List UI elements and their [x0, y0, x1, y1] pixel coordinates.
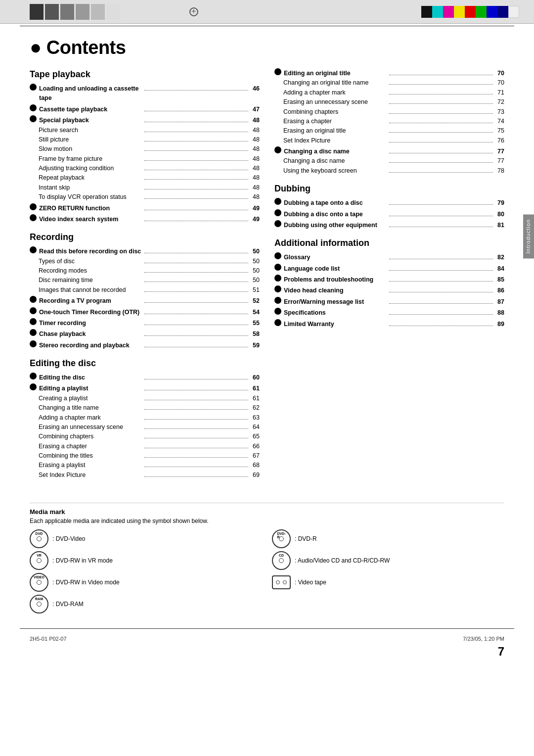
section-additional-title: Additional information [274, 238, 504, 248]
dots [389, 132, 493, 133]
media-item: : Video tape [272, 573, 504, 592]
dots [389, 216, 493, 216]
bullet-icon [274, 252, 281, 259]
item-label: Editing an original title [284, 69, 388, 78]
page-number: 88 [494, 308, 504, 318]
dots [144, 400, 249, 400]
dots [389, 75, 493, 75]
item-label: Recording modes [39, 266, 143, 276]
list-item: Changing an original title name70 [274, 78, 504, 88]
item-label: Erasing an unnecessary scene [283, 97, 388, 107]
header-block-5 [91, 4, 105, 20]
dots [389, 204, 493, 205]
page-number: 48 [250, 135, 260, 144]
item-label: Error/Warning message list [284, 297, 388, 307]
page-number: 72 [494, 97, 504, 107]
item-label: Changing a title name [39, 403, 143, 413]
dots [144, 179, 249, 180]
page-number: 62 [250, 403, 260, 413]
media-item: RAM: DVD-RAM [30, 595, 262, 614]
item-label: Disc remaining time [39, 276, 143, 285]
item-label: Set Index Picture [39, 471, 143, 480]
dots [144, 419, 249, 420]
page-number: 85 [494, 275, 504, 284]
list-item: Set Index Picture76 [274, 136, 504, 145]
bullet-icon [30, 246, 37, 253]
dots [144, 438, 249, 438]
item-label: Stereo recording and playback [39, 341, 143, 350]
color-green [476, 6, 487, 18]
footer-page-number: 7 [0, 645, 534, 663]
bullet-icon [274, 297, 281, 304]
main-content: Introduction ● Contents Tape playback Lo… [0, 26, 534, 623]
media-item: CD: Audio/Video CD and CD-R/CD-RW [272, 551, 504, 570]
item-label: Adjusting tracking condition [39, 164, 143, 173]
dots [144, 448, 249, 448]
bullet-icon [274, 275, 281, 282]
item-label: Still picture [39, 135, 143, 144]
dots [144, 141, 249, 142]
list-item: Erasing an original title75 [274, 126, 504, 136]
list-item: Slow motion48 [30, 144, 260, 154]
dots [144, 409, 249, 410]
page-number: 64 [250, 423, 260, 432]
page-number: 48 [250, 192, 260, 202]
page-number: 89 [494, 320, 504, 329]
side-tab: Introduction [523, 214, 534, 258]
page-number: 59 [250, 341, 260, 350]
section-recording-title: Recording [30, 232, 260, 242]
list-item: Glossary82 [274, 251, 504, 262]
section-dubbing-title: Dubbing [274, 184, 504, 194]
item-label: To display VCR operation status [39, 192, 143, 202]
dots [144, 428, 249, 429]
color-cyan [432, 6, 443, 18]
bullet-icon [30, 296, 37, 303]
dots [389, 172, 493, 173]
header-block-6 [106, 4, 120, 20]
item-label: Video head cleaning [284, 286, 388, 295]
list-item: Erasing an unnecessary scene72 [274, 97, 504, 107]
section-dubbing: Dubbing Dubbing a tape onto a disc79Dubb… [274, 184, 504, 230]
page-number: 78 [494, 166, 504, 176]
page-number: 70 [494, 69, 504, 78]
media-section: Media mark Each applicable media are ind… [30, 503, 504, 614]
page-number: 48 [250, 183, 260, 192]
list-item: To display VCR operation status48 [30, 192, 260, 202]
page-number: 66 [250, 442, 260, 451]
dots [389, 94, 493, 94]
item-label: Dubbing a tape onto a disc [284, 198, 388, 208]
page-number: 46 [250, 84, 260, 94]
item-label: Adding a chapter mark [283, 88, 388, 97]
disc-icon: VIDEO [30, 573, 48, 592]
dots [144, 90, 248, 91]
list-item: Types of disc50 [30, 257, 260, 266]
list-item: Cassette tape playback47 [30, 103, 260, 114]
title-icon: ● [30, 36, 42, 58]
dots [144, 198, 249, 199]
dots [389, 113, 493, 114]
list-item: Editing the disc60 [30, 372, 260, 382]
editing-items: Editing the disc60Editing a playlist61Cr… [30, 372, 260, 480]
dots [144, 347, 248, 347]
item-label: ZERO RETURN function [39, 204, 143, 213]
dots [389, 270, 493, 271]
bullet-icon [30, 383, 37, 390]
section-editing-title: Editing the disc [30, 358, 260, 369]
page-number: 52 [250, 296, 260, 306]
page-number: 61 [250, 384, 260, 393]
section-recording: Recording Read this before recording on … [30, 232, 260, 350]
item-label: One-touch Timer Recording (OTR) [39, 308, 143, 317]
list-item: Editing a playlist61 [30, 382, 260, 393]
dots [389, 292, 493, 292]
two-column-layout: Tape playback Loading and unloading a ca… [30, 67, 504, 488]
vcr-icon [272, 575, 291, 589]
list-item: Dubbing a tape onto a disc79 [274, 197, 504, 208]
list-item: Still picture48 [30, 135, 260, 144]
page-number: 51 [250, 285, 260, 295]
item-label: Editing the disc [39, 373, 143, 382]
list-item: Images that cannot be recorded51 [30, 285, 260, 295]
page-number: 49 [250, 204, 260, 213]
list-item: Combining the titles67 [30, 451, 260, 461]
list-item: Disc remaining time50 [30, 276, 260, 285]
item-label: Editing a playlist [39, 384, 143, 393]
